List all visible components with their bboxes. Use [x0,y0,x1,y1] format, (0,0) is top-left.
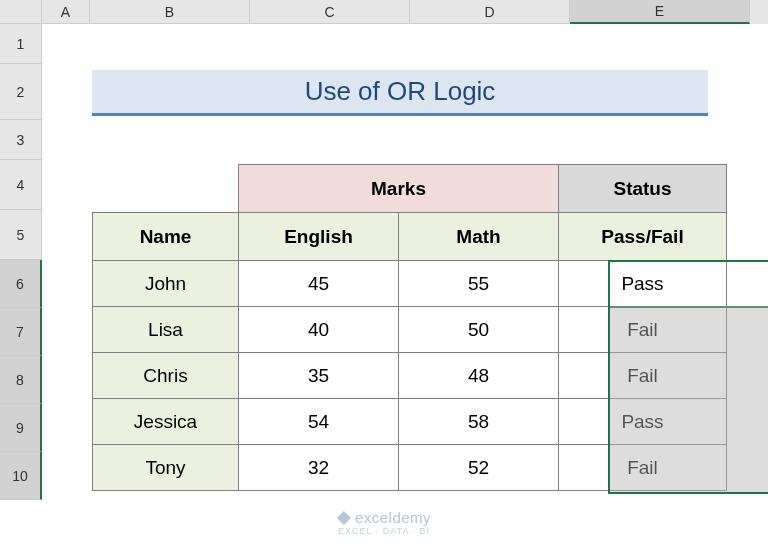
cell-english[interactable]: 40 [239,307,399,353]
row-header-4[interactable]: 4 [0,160,42,210]
watermark-tagline: EXCEL · DATA · BI [0,526,768,536]
header-math: Math [399,213,559,261]
cell-english[interactable]: 32 [239,445,399,491]
row-header-3[interactable]: 3 [0,120,42,160]
table-row: Jessica5458Pass [93,399,727,445]
cell-status[interactable]: Fail [559,445,727,491]
cell-name[interactable]: Lisa [93,307,239,353]
cell-math[interactable]: 58 [399,399,559,445]
cell-english[interactable]: 35 [239,353,399,399]
cell-name[interactable]: Jessica [93,399,239,445]
row-header-6[interactable]: 6 [0,260,42,308]
header-marks: Marks [239,165,559,213]
row-header-8[interactable]: 8 [0,356,42,404]
row-header-7[interactable]: 7 [0,308,42,356]
watermark-brand: exceldemy [355,509,431,526]
cell-english[interactable]: 45 [239,261,399,307]
cell-status[interactable]: Pass [559,399,727,445]
column-header-row: ABCDE [0,0,768,24]
cell-english[interactable]: 54 [239,399,399,445]
cell-math[interactable]: 55 [399,261,559,307]
watermark: exceldemy EXCEL · DATA · BI [0,509,768,536]
row-header-10[interactable]: 10 [0,452,42,500]
table-row: Lisa4050Fail [93,307,727,353]
cell-math[interactable]: 50 [399,307,559,353]
header-status: Status [559,165,727,213]
table-row: Tony3252Fail [93,445,727,491]
row-header-9[interactable]: 9 [0,404,42,452]
spreadsheet: ABCDE 12345678910 Use of OR Logic Marks … [0,0,768,558]
header-english: English [239,213,399,261]
row-header-column: 12345678910 [0,24,42,500]
cell-status[interactable]: Pass [559,261,727,307]
header-name: Name [93,213,239,261]
row-header-1[interactable]: 1 [0,24,42,64]
header-passfail: Pass/Fail [559,213,727,261]
column-header-b[interactable]: B [90,0,250,24]
data-table: Marks Status Name English Math Pass/Fail… [92,164,727,491]
row-header-5[interactable]: 5 [0,210,42,260]
cell-math[interactable]: 48 [399,353,559,399]
cell-name[interactable]: Chris [93,353,239,399]
title-banner: Use of OR Logic [92,70,708,116]
column-header-a[interactable]: A [42,0,90,24]
table-row: Chris3548Fail [93,353,727,399]
column-header-c[interactable]: C [250,0,410,24]
cell-name[interactable]: Tony [93,445,239,491]
table-row: John4555Pass [93,261,727,307]
watermark-logo-icon [337,511,351,525]
select-all-corner[interactable] [0,0,42,24]
sheet-content[interactable]: Use of OR Logic Marks Status Name Englis… [42,24,768,558]
cell-status[interactable]: Fail [559,353,727,399]
column-header-e[interactable]: E [570,0,750,24]
row-header-2[interactable]: 2 [0,64,42,120]
cell-status[interactable]: Fail [559,307,727,353]
cell-math[interactable]: 52 [399,445,559,491]
column-header-d[interactable]: D [410,0,570,24]
cell-name[interactable]: John [93,261,239,307]
